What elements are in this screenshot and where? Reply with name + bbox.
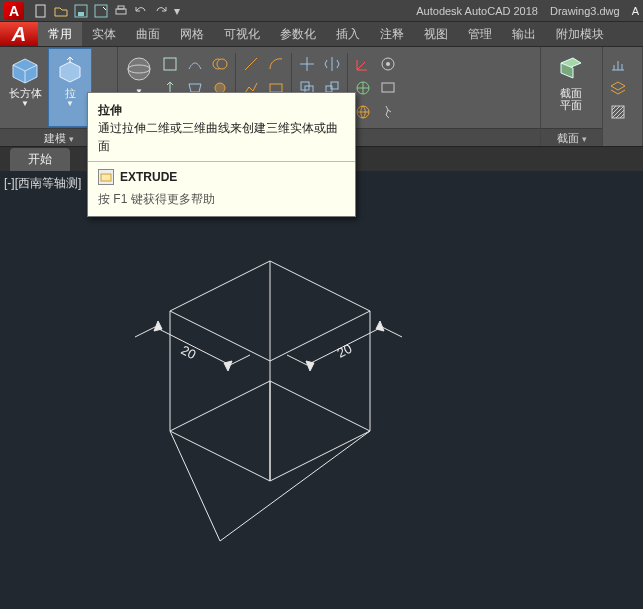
tooltip-help: 按 F1 键获得更多帮助 [98, 190, 345, 208]
dimension-a: 20 [179, 342, 199, 362]
hatch-icon[interactable] [607, 101, 629, 123]
panel-section: 截面 平面 截面 [541, 47, 603, 146]
print-icon[interactable] [114, 4, 128, 18]
layer-icon[interactable] [607, 77, 629, 99]
svg-point-13 [217, 59, 227, 69]
redo-icon[interactable] [154, 4, 168, 18]
svg-point-24 [386, 62, 390, 66]
tooltip-divider [88, 161, 355, 162]
undo-icon[interactable] [134, 4, 148, 18]
svg-rect-4 [116, 9, 126, 14]
extrude-label: 拉 [65, 87, 76, 99]
tab-annotate[interactable]: 注释 [370, 22, 414, 46]
box-icon [9, 53, 41, 85]
svg-rect-27 [101, 174, 111, 181]
qat-dropdown-icon[interactable]: ▾ [174, 4, 180, 18]
svg-rect-2 [78, 12, 84, 16]
tab-visualize[interactable]: 可视化 [214, 22, 270, 46]
tab-output[interactable]: 输出 [502, 22, 546, 46]
mirror-icon[interactable] [321, 53, 343, 75]
svg-rect-15 [270, 84, 282, 92]
walk-icon[interactable] [377, 101, 399, 123]
svg-rect-8 [164, 58, 176, 70]
svg-rect-0 [36, 5, 45, 17]
extrude-button[interactable]: 拉 ▼ [49, 49, 91, 126]
subtract-icon[interactable] [209, 53, 231, 75]
tab-parametric[interactable]: 参数化 [270, 22, 326, 46]
app-title: Autodesk AutoCAD 2018 [416, 5, 538, 17]
quick-access-toolbar: A ▾ Autodesk AutoCAD 2018 Drawing3.dwg A [0, 0, 643, 22]
tab-view[interactable]: 视图 [414, 22, 458, 46]
command-icon [98, 169, 114, 185]
file-name: Drawing3.dwg [550, 5, 620, 17]
arc-icon[interactable] [265, 53, 287, 75]
section-plane-button[interactable]: 截面 平面 [545, 49, 597, 126]
section-plane-icon [555, 53, 587, 85]
tab-addins[interactable]: 附加模块 [546, 22, 614, 46]
svg-rect-25 [382, 83, 394, 92]
tab-mesh[interactable]: 网格 [170, 22, 214, 46]
move-icon[interactable] [296, 53, 318, 75]
tooltip-description: 通过拉伸二维或三维曲线来创建三维实体或曲面 [98, 119, 345, 155]
tooltip-title: 拉伸 [98, 101, 345, 119]
open-icon[interactable] [54, 4, 68, 18]
box-button[interactable]: 长方体 ▼ [4, 49, 46, 126]
file-tab-start[interactable]: 开始 [10, 148, 70, 171]
save-icon[interactable] [74, 4, 88, 18]
section-label: 截面 平面 [560, 87, 582, 111]
app-logo[interactable]: A [4, 2, 24, 20]
svg-rect-3 [95, 5, 107, 17]
tooltip: 拉伸 通过拉伸二维或三维曲线来创建三维实体或曲面 EXTRUDE 按 F1 键获… [87, 92, 356, 217]
ribbon-tabs: A 常用 实体 曲面 网格 可视化 参数化 插入 注释 视图 管理 输出 附加模… [0, 22, 643, 47]
polysolid-icon[interactable] [159, 53, 181, 75]
line-icon[interactable] [240, 53, 262, 75]
dimension-b: 20 [335, 341, 355, 361]
box-label: 长方体 [9, 87, 42, 99]
orbit-icon[interactable] [377, 53, 399, 75]
tab-solid[interactable]: 实体 [82, 22, 126, 46]
saveas-icon[interactable] [94, 4, 108, 18]
tooltip-command: EXTRUDE [120, 168, 177, 186]
sphere-icon [123, 53, 155, 85]
view-icon[interactable] [377, 77, 399, 99]
tab-home[interactable]: 常用 [38, 22, 82, 46]
chevron-down-icon: ▼ [66, 99, 74, 108]
sweep-icon[interactable] [184, 53, 206, 75]
new-icon[interactable] [34, 4, 48, 18]
extrude-icon [54, 53, 86, 85]
ucs-icon[interactable] [352, 53, 374, 75]
drawing-canvas[interactable]: [-][西南等轴测] 20 20 [0, 171, 643, 609]
panel-section-title[interactable]: 截面 [541, 128, 602, 146]
app-menu-button[interactable]: A [0, 22, 38, 46]
title-trail: A [632, 5, 639, 17]
chevron-down-icon: ▼ [21, 99, 29, 108]
svg-rect-5 [118, 6, 124, 9]
tab-insert[interactable]: 插入 [326, 22, 370, 46]
drawing-content: 20 20 [40, 181, 420, 551]
tab-surface[interactable]: 曲面 [126, 22, 170, 46]
panel-trailing: . [603, 47, 643, 146]
svg-point-6 [128, 58, 150, 80]
chart-icon[interactable] [607, 53, 629, 75]
tab-manage[interactable]: 管理 [458, 22, 502, 46]
